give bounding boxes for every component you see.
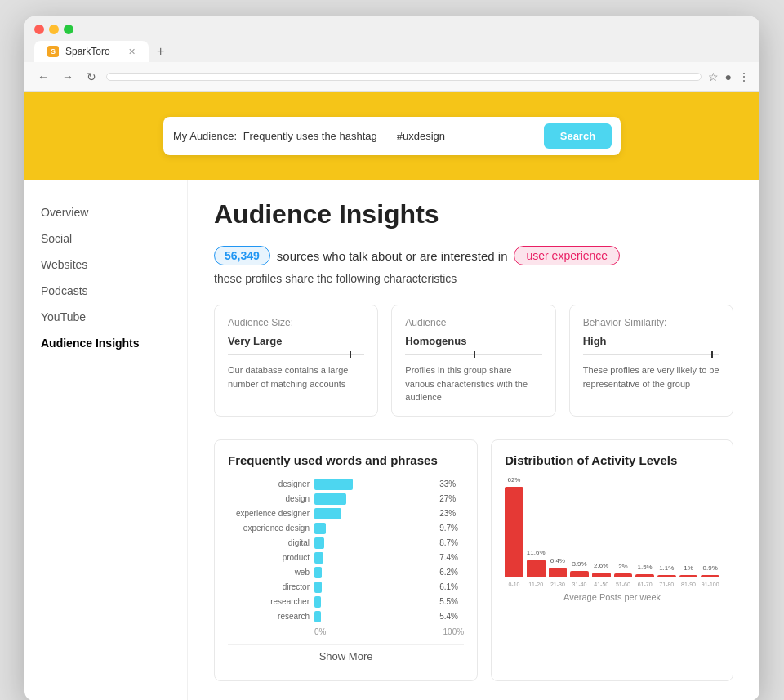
stat-title-0: Audience Size: [228, 317, 364, 328]
audience-summary: 56,349 sources who talk about or are int… [214, 246, 733, 265]
stat-value-2: High [583, 335, 719, 347]
word-bar-row: designer33% [228, 479, 464, 490]
activity-bar-fill [592, 573, 611, 577]
search-label: My Audience: Frequently uses the hashtag [173, 130, 377, 142]
sidebar-item-youtube[interactable]: YouTube [41, 304, 171, 330]
address-bar[interactable] [106, 73, 702, 81]
word-bar-fill [314, 479, 353, 490]
close-dot[interactable] [34, 25, 44, 34]
word-bar-label: experience designer [228, 509, 310, 518]
search-button[interactable]: Search [544, 123, 612, 149]
stat-desc-2: These profiles are very likely to be rep… [583, 363, 719, 390]
word-bar-label: web [228, 568, 310, 577]
activity-bar-fill [679, 575, 698, 577]
browser-toolbar: ← → ↻ ☆ ● ⋮ [24, 62, 760, 92]
word-bar-fill [314, 567, 322, 578]
activity-bar-label-top: 2.6% [594, 562, 608, 569]
active-tab[interactable]: S SparkToro ✕ [34, 41, 149, 62]
activity-axis-labels: 0-1011-2021-3031-4041-5051-6061-7071-808… [505, 582, 719, 587]
word-bar-container [314, 596, 431, 608]
activity-bar-fill [570, 571, 589, 577]
activity-bar-label-top: 1.5% [637, 564, 652, 571]
stat-title-1: Audience [405, 317, 541, 328]
browser-window: S SparkToro ✕ + ← → ↻ ☆ ● ⋮ My Audience:… [24, 16, 760, 700]
browser-dots [34, 25, 750, 34]
activity-chart-card: Distribution of Activity Levels 62%11.6%… [491, 439, 733, 681]
forward-button[interactable]: → [59, 69, 77, 85]
activity-bar-col: 1.1% [657, 564, 676, 577]
words-chart-title: Frequently used words and phrases [228, 453, 464, 467]
show-more-button[interactable]: Show More [228, 644, 464, 667]
sidebar-item-social[interactable]: Social [41, 225, 171, 252]
sidebar-item-podcasts[interactable]: Podcasts [41, 278, 171, 304]
search-input[interactable] [397, 130, 534, 142]
page-title: Audience Insights [214, 199, 733, 230]
stat-desc-1: Profiles in this group share various cha… [405, 363, 541, 404]
word-bar-row: design27% [228, 493, 464, 505]
word-bar-row: product7.4% [228, 552, 464, 564]
summary-subtitle: these profiles share the following chara… [214, 272, 733, 285]
word-bar-fill [314, 552, 323, 564]
stat-title-2: Behavior Similarity: [583, 317, 719, 328]
word-bar-fill [314, 596, 321, 608]
activity-chart-title: Distribution of Activity Levels [505, 453, 719, 467]
word-bar-container [314, 479, 431, 490]
activity-bar-col: 0.9% [701, 564, 719, 577]
browser-tabs: S SparkToro ✕ + [34, 41, 750, 62]
activity-bar-fill [549, 568, 568, 577]
word-bar-row: digital8.7% [228, 537, 464, 549]
word-bar-container [314, 552, 431, 564]
profile-icon[interactable]: ● [725, 70, 732, 83]
activity-axis-label: 11-20 [527, 582, 546, 587]
activity-axis-label: 41-50 [592, 582, 611, 587]
back-button[interactable]: ← [34, 69, 52, 85]
activity-axis-label: 51-60 [614, 582, 633, 587]
new-tab-button[interactable]: + [150, 41, 171, 62]
word-bar-pct: 6.1% [439, 582, 464, 591]
word-bar-container [314, 582, 431, 593]
tab-close-button[interactable]: ✕ [128, 47, 136, 57]
stat-card-audience-size: Audience Size: Very Large Our database c… [214, 305, 378, 417]
word-bar-row: director6.1% [228, 582, 464, 593]
search-container: My Audience: Frequently uses the hashtag… [163, 117, 621, 155]
reload-button[interactable]: ↻ [83, 69, 100, 85]
stat-value-0: Very Large [228, 335, 364, 347]
word-bar-label: research [228, 612, 310, 621]
activity-bar-col: 3.9% [570, 560, 589, 577]
tab-favicon: S [47, 46, 59, 57]
activity-bar-col: 6.4% [549, 557, 568, 577]
word-bar-pct: 7.4% [439, 553, 464, 562]
word-bars: designer33%design27%experience designer2… [228, 479, 464, 622]
maximize-dot[interactable] [64, 25, 74, 34]
stat-indicator-2 [583, 354, 719, 355]
menu-icon[interactable]: ⋮ [738, 70, 750, 83]
activity-bars: 62%11.6%6.4%3.9%2.6%2%1.5%1.1%1%0.9% [505, 479, 719, 577]
activity-bar-fill [505, 487, 523, 577]
word-bar-fill [314, 537, 324, 549]
word-bar-container [314, 567, 431, 578]
activity-bar-label-top: 3.9% [572, 560, 586, 568]
word-bar-row: experience design9.7% [228, 523, 464, 534]
bookmark-icon[interactable]: ☆ [708, 70, 719, 83]
stat-value-1: Homogenus [405, 335, 541, 347]
words-axis-end: 100% [443, 627, 465, 636]
word-bar-row: web6.2% [228, 567, 464, 578]
stat-card-audience: Audience Homogenus Profiles in this grou… [391, 305, 555, 417]
topic-badge: user experience [514, 246, 620, 265]
summary-text1: sources who talk about or are interested… [277, 249, 508, 263]
sidebar-item-audience-insights[interactable]: Audience Insights [41, 330, 171, 356]
word-bar-row: researcher5.5% [228, 596, 464, 608]
minimize-dot[interactable] [49, 25, 59, 34]
sidebar-item-websites[interactable]: Websites [41, 252, 171, 278]
app-body: Overview Social Websites Podcasts YouTub… [24, 180, 760, 700]
activity-bar-fill [527, 560, 546, 577]
main-content: Audience Insights 56,349 sources who tal… [188, 180, 760, 700]
activity-axis-label: 21-30 [549, 582, 568, 587]
activity-bar-col: 2% [614, 563, 633, 577]
search-prefix: Frequently uses the hashtag [243, 130, 377, 142]
activity-bar-label-top: 62% [507, 476, 520, 484]
word-bar-pct: 5.4% [439, 612, 464, 621]
activity-axis-title: Average Posts per week [505, 592, 719, 602]
sidebar-item-overview[interactable]: Overview [41, 199, 171, 225]
word-bar-pct: 6.2% [439, 568, 464, 577]
